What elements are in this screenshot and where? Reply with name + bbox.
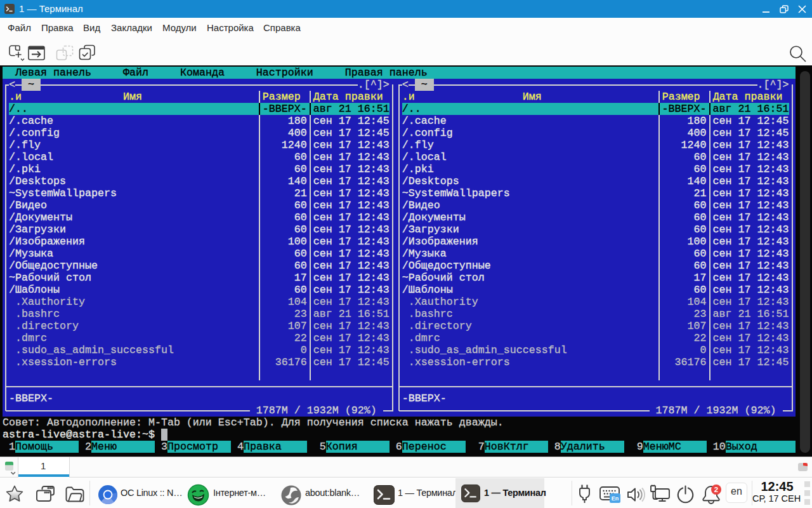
svg-text:2: 2 xyxy=(714,486,718,493)
svg-text:En: En xyxy=(612,495,619,502)
